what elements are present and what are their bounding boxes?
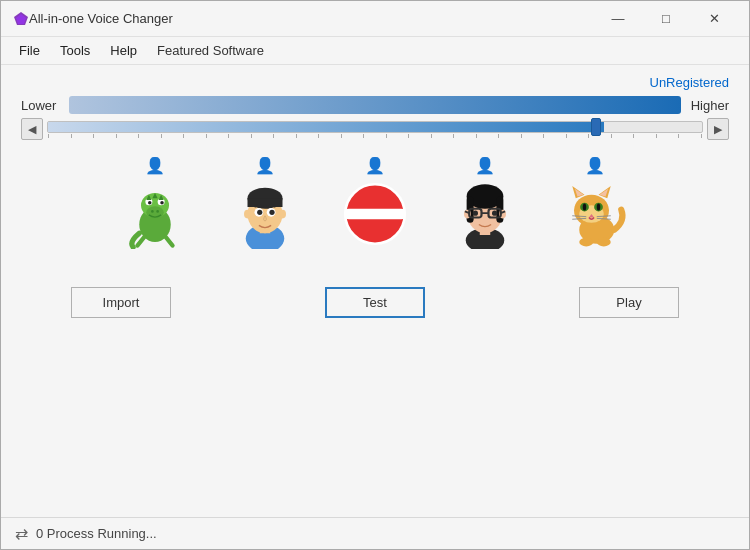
voice-selector-dragon: 👤 <box>145 156 165 175</box>
voice-selector-man: 👤 <box>255 156 275 175</box>
tick <box>116 134 117 138</box>
slider-right-arrow[interactable]: ▶ <box>707 118 729 140</box>
svg-point-21 <box>244 210 251 219</box>
svg-point-62 <box>597 238 611 247</box>
voice-selector-cat: 👤 <box>585 156 605 175</box>
svg-point-55 <box>597 204 601 211</box>
menu-featured[interactable]: Featured Software <box>147 39 274 62</box>
ticks-row <box>47 134 703 138</box>
voice-emoji-cat <box>560 179 630 257</box>
tick <box>183 134 184 138</box>
tick <box>386 134 387 138</box>
buttons-container: Import Test Play <box>21 287 729 318</box>
tick <box>341 134 342 138</box>
status-icon: ⇄ <box>15 524 28 543</box>
voice-item-none[interactable]: 👤 <box>340 156 410 257</box>
svg-point-7 <box>148 201 152 205</box>
voice-emoji-woman <box>450 179 520 257</box>
svg-point-25 <box>257 210 262 215</box>
tick <box>611 134 612 138</box>
menu-help[interactable]: Help <box>100 39 147 62</box>
voice-emoji-none <box>340 179 410 257</box>
slider-lower-label: Lower <box>21 98 69 113</box>
svg-point-54 <box>583 204 587 211</box>
app-icon <box>13 11 29 27</box>
voice-item-woman[interactable]: 👤 <box>450 156 520 257</box>
menu-file[interactable]: File <box>9 39 50 62</box>
maximize-button[interactable]: □ <box>643 3 689 35</box>
tick <box>588 134 589 138</box>
voice-item-man[interactable]: 👤 <box>230 156 300 257</box>
svg-rect-20 <box>248 198 283 207</box>
tick <box>476 134 477 138</box>
window-title: All-in-one Voice Changer <box>29 11 595 26</box>
tick <box>138 134 139 138</box>
tick <box>498 134 499 138</box>
svg-point-10 <box>156 210 159 213</box>
voice-selector-woman: 👤 <box>475 156 495 175</box>
voices-section: 👤 <box>21 156 729 257</box>
slider-background <box>47 121 703 133</box>
window-controls: — □ ✕ <box>595 3 737 35</box>
slider-thumb[interactable] <box>591 118 601 136</box>
svg-point-43 <box>473 211 478 216</box>
menu-bar: File Tools Help Featured Software <box>1 37 749 65</box>
slider-labels: Lower Higher <box>21 96 729 114</box>
svg-point-8 <box>160 201 164 205</box>
play-button[interactable]: Play <box>579 287 679 318</box>
svg-point-44 <box>492 211 497 216</box>
svg-line-11 <box>138 237 145 246</box>
voice-item-dragon[interactable]: 👤 <box>120 156 190 257</box>
title-bar: All-in-one Voice Changer — □ ✕ <box>1 1 749 37</box>
svg-point-61 <box>579 238 593 247</box>
tick <box>678 134 679 138</box>
tick <box>363 134 364 138</box>
svg-point-9 <box>151 210 154 213</box>
test-button[interactable]: Test <box>325 287 425 318</box>
main-window: All-in-one Voice Changer — □ ✕ File Tool… <box>0 0 750 550</box>
tick <box>318 134 319 138</box>
tick <box>543 134 544 138</box>
tick <box>656 134 657 138</box>
voice-emoji-dragon <box>120 179 190 257</box>
tick <box>251 134 252 138</box>
voice-item-cat[interactable]: 👤 <box>560 156 630 257</box>
svg-point-26 <box>269 210 274 215</box>
tick <box>701 134 702 138</box>
tick <box>93 134 94 138</box>
tick <box>633 134 634 138</box>
tick <box>453 134 454 138</box>
menu-tools[interactable]: Tools <box>50 39 100 62</box>
minimize-button[interactable]: — <box>595 3 641 35</box>
slider-row: ◀ <box>21 118 729 140</box>
tick <box>206 134 207 138</box>
tick <box>273 134 274 138</box>
slider-track-gradient <box>69 96 681 114</box>
tick <box>71 134 72 138</box>
tick <box>408 134 409 138</box>
tick <box>431 134 432 138</box>
tick <box>296 134 297 138</box>
status-bar: ⇄ 0 Process Running... <box>1 517 749 549</box>
content-spacer <box>21 328 729 507</box>
tick <box>566 134 567 138</box>
slider-left-arrow[interactable]: ◀ <box>21 118 43 140</box>
svg-line-12 <box>166 237 173 246</box>
slider-ticks-wrapper[interactable] <box>47 121 703 138</box>
svg-point-22 <box>279 210 286 219</box>
tick <box>521 134 522 138</box>
tick <box>228 134 229 138</box>
slider-fill <box>48 122 604 132</box>
tick <box>161 134 162 138</box>
slider-higher-label: Higher <box>681 98 729 113</box>
svg-rect-29 <box>345 209 405 220</box>
tick <box>48 134 49 138</box>
close-button[interactable]: ✕ <box>691 3 737 35</box>
voice-emoji-man <box>230 179 300 257</box>
voice-selector-none: 👤 <box>365 156 385 175</box>
content-area: UnRegistered Lower Higher ◀ <box>1 65 749 517</box>
unregistered-label[interactable]: UnRegistered <box>21 75 729 90</box>
import-button[interactable]: Import <box>71 287 171 318</box>
status-text: 0 Process Running... <box>36 526 157 541</box>
